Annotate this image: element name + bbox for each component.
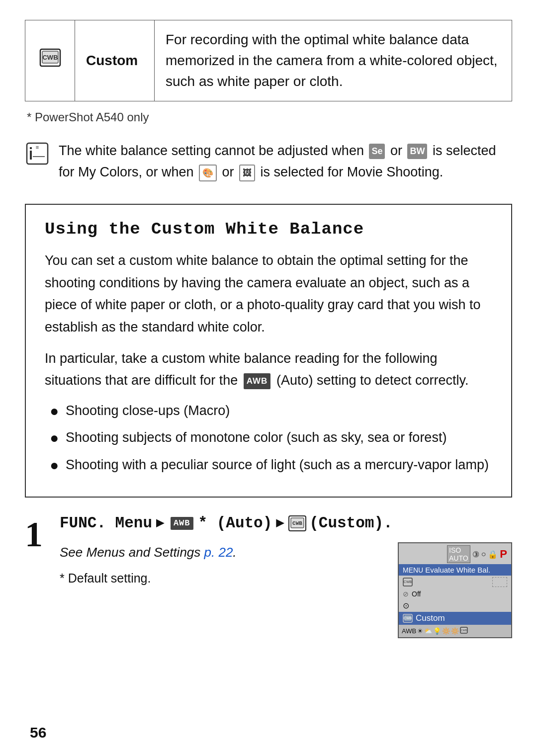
section-body-2: In particular, take a custom white balan…	[45, 347, 492, 392]
list-item: ● Shooting subjects of monotone color (s…	[50, 427, 492, 450]
custom-description: For recording with the optimal white bal…	[155, 20, 512, 101]
cam-custom-bottom-icon: CWB	[460, 627, 468, 635]
list-item: ● Shooting close-ups (Macro)	[50, 401, 492, 423]
step-number: 1	[25, 513, 60, 552]
svg-text:CWB: CWB	[461, 629, 467, 632]
arrow-2: ▶	[276, 514, 284, 532]
info-icon: ≡	[26, 142, 49, 165]
bullet-list: ● Shooting close-ups (Macro) ● Shooting …	[50, 401, 492, 477]
cam-dashed-box	[492, 577, 507, 587]
cam-off-icon: ⊘	[403, 590, 409, 598]
custom-step-icon: CWB	[288, 513, 306, 533]
cam-menu-bar: MENU Evaluate White Bal.	[399, 564, 511, 576]
svg-rect-5	[30, 151, 32, 160]
step-instruction: FUNC. Menu ▶ AWB * (Auto) ▶ CWB (Custom)…	[60, 513, 512, 533]
cam-sym-icon: ⊙	[403, 601, 409, 610]
svg-text:CWB: CWB	[42, 54, 58, 61]
a-icon: 🎨	[199, 165, 217, 182]
list-item: ● Shooting with a peculiar source of lig…	[50, 455, 492, 477]
func-menu-label: FUNC. Menu	[60, 513, 152, 533]
cam-row-1: CWB	[399, 576, 511, 588]
cam-awb-bottom: AWB	[402, 627, 416, 635]
bullet-dot: ●	[50, 400, 61, 423]
cam-fluor2-icon: 🔆	[451, 627, 459, 635]
cam-cloud-icon: ⛅	[424, 627, 432, 635]
awb-icon: AWB	[244, 373, 271, 389]
powershowt-footnote: * PowerShot A540 only	[27, 110, 512, 124]
cam-sun-icon: ☀	[417, 627, 423, 635]
cam-cwb-icon-1: CWB	[403, 578, 413, 587]
arrow-1: ▶	[156, 514, 165, 532]
cam-lock-icon: 🔒	[488, 550, 498, 559]
page-ref-link[interactable]: p. 22	[204, 545, 233, 560]
section-title: Using the Custom White Balance	[45, 220, 492, 239]
note-text: The white balance setting cannot be adju…	[59, 140, 512, 183]
svg-text:CWB: CWB	[292, 520, 302, 526]
bullet-dot: ●	[50, 426, 61, 450]
cam-iso-icon: ISOAUTO	[447, 545, 470, 563]
custom-white-balance-section: Using the Custom White Balance You can s…	[25, 204, 512, 498]
cam-lamp-icon: 💡	[433, 627, 441, 635]
cam-row-symbol: ⊙	[399, 599, 511, 612]
default-note: * Default setting.	[60, 568, 378, 588]
cam-menu-icon: MENU	[403, 566, 423, 574]
note-icon: ≡	[25, 142, 50, 169]
step-detail-row: See Menus and Settings p. 22. * Default …	[60, 542, 512, 638]
step-1-row: 1 FUNC. Menu ▶ AWB * (Auto) ▶ CWB (Custo…	[25, 513, 512, 638]
svg-rect-4	[30, 147, 32, 149]
custom-label: Custom	[75, 20, 155, 101]
section-body-1: You can set a custom white balance to ob…	[45, 250, 492, 338]
bullet-dot: ●	[50, 454, 61, 477]
cam-p-label: P	[500, 548, 507, 561]
cam-row-off: ⊘ Off	[399, 588, 511, 599]
cam-fluor-icon: 🔆	[442, 627, 450, 635]
cam-off-text: Off	[412, 590, 421, 598]
cam-row-custom: CWB Custom	[399, 612, 511, 625]
step-content: FUNC. Menu ▶ AWB * (Auto) ▶ CWB (Custom)…	[60, 513, 512, 638]
cam-top-bar: ISOAUTO ③ ○ 🔒 P	[399, 543, 511, 564]
svg-text:≡: ≡	[36, 144, 39, 150]
see-menus-label: See Menus and Settings	[60, 545, 200, 560]
custom-icon-cell: CWB	[25, 20, 75, 101]
bw-icon: BW	[407, 144, 427, 159]
note-box: ≡ The white balance setting cannot be ad…	[25, 135, 512, 188]
page-number: 56	[30, 724, 46, 741]
awb-step-icon: AWB	[171, 517, 193, 530]
s-icon: 🖼	[239, 165, 255, 182]
bullet-text-1: Shooting close-ups (Macro)	[66, 401, 230, 421]
page-container: CWB Custom For recording with the optima…	[25, 0, 512, 668]
cam-timer-icon: ③	[472, 550, 479, 559]
camera-screen: ISOAUTO ③ ○ 🔒 P MENU Evaluate White Bal.…	[398, 542, 512, 638]
svg-text:CWB: CWB	[404, 580, 412, 584]
auto-label: * (Auto)	[198, 513, 272, 533]
custom-table: CWB Custom For recording with the optima…	[25, 20, 512, 101]
custom-step-label: (Custom).	[309, 513, 392, 533]
cam-custom-text: Custom	[416, 613, 445, 623]
cam-focus-icon: ○	[481, 550, 486, 559]
cam-menu-text: Evaluate White Bal.	[425, 566, 490, 574]
custom-icon: CWB	[39, 48, 61, 67]
step-detail-text: See Menus and Settings p. 22. * Default …	[60, 542, 378, 588]
se-icon: Se	[369, 144, 385, 159]
svg-text:CWB: CWB	[404, 616, 412, 620]
cam-cwb-icon-2: CWB	[403, 614, 413, 623]
cam-row-bottom-icons: AWB ☀ ⛅ 💡 🔆 🔆 CWB	[399, 625, 511, 637]
bullet-text-3: Shooting with a peculiar source of light…	[66, 455, 489, 476]
bullet-text-2: Shooting subjects of monotone color (suc…	[66, 427, 447, 448]
